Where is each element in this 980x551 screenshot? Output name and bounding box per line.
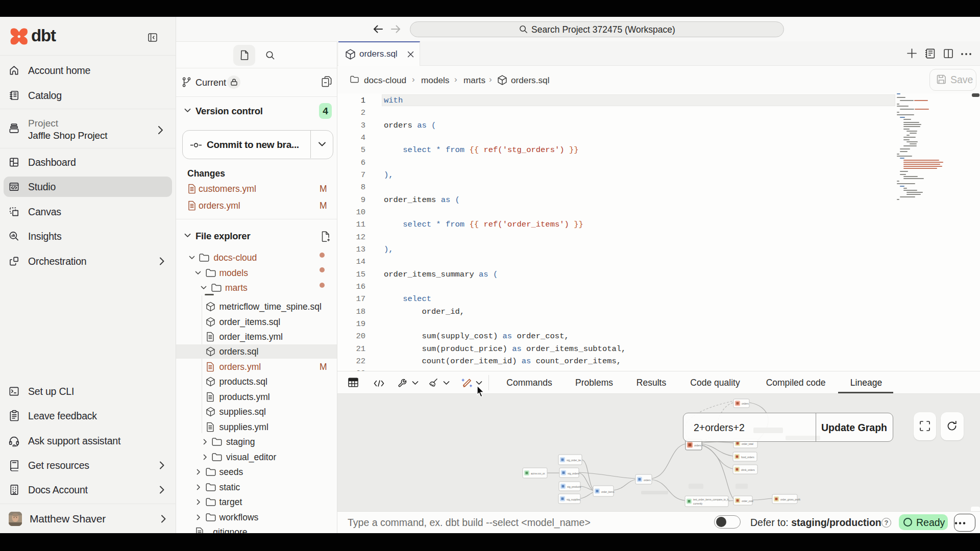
- svg-text:test_order_items_compare_to_b.: test_order_items_compare_to_b..: [693, 498, 730, 501]
- svg-text:currently: currently: [693, 502, 703, 505]
- svg-text:stg_supplies: stg_supplies: [567, 498, 580, 501]
- svg-text:order_items: order_items: [601, 490, 615, 493]
- svg-text:stg_orders: stg_orders: [568, 472, 579, 475]
- svg-text:order_gross_profit: order_gross_profit: [780, 498, 800, 501]
- svg-text:drink_orders: drink_orders: [741, 468, 755, 471]
- svg-text:food_orders: food_orders: [741, 456, 754, 459]
- svg-text:orders: orders: [644, 479, 651, 482]
- svg-text:stg_order_ite..: stg_order_ite..: [567, 459, 582, 462]
- svg-text:acme.xxx_or.: acme.xxx_or.: [531, 472, 545, 475]
- svg-text:order_total: order_total: [742, 442, 753, 445]
- svg-text:orders: orders: [742, 402, 749, 405]
- svg-text:stg_products: stg_products: [567, 485, 581, 488]
- svg-text:orders: orders: [694, 444, 701, 447]
- svg-text:order_cost: order_cost: [742, 499, 753, 503]
